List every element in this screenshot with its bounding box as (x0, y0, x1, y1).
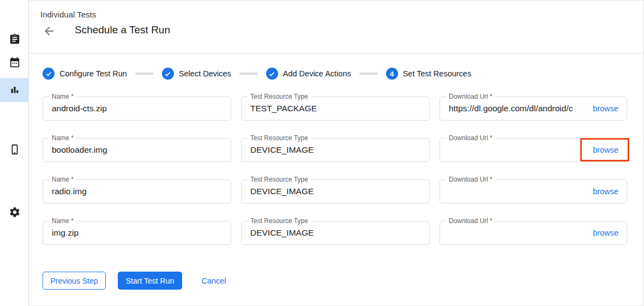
settings-gear-icon (9, 206, 21, 218)
sidebar-item-settings[interactable] (0, 200, 29, 224)
field-label: Name * (49, 217, 76, 225)
name-field[interactable]: Name * android-cts.zip (43, 97, 231, 121)
test-resource-type-field[interactable]: Test Resource Type DEVICE_IMAGE (241, 221, 430, 245)
download-url-field[interactable]: Download Url * https://dl.google.com/dl/… (440, 97, 627, 121)
name-field[interactable]: Name * bootloader.img (43, 138, 231, 162)
stepper-connector (359, 73, 378, 75)
test-resource-type-field[interactable]: Test Resource Type DEVICE_IMAGE (241, 138, 430, 162)
header-divider (29, 53, 644, 53)
schedule-test-run-page: Individual Tests Schedule a Test Run Con… (0, 0, 644, 306)
browse-link[interactable]: browse (593, 104, 618, 113)
field-label: Test Resource Type (248, 134, 311, 142)
field-label: Test Resource Type (248, 217, 311, 225)
name-field[interactable]: Name * radio.img (43, 179, 231, 203)
field-label: Download Url * (446, 217, 495, 225)
sidebar-item-devices[interactable] (0, 137, 29, 161)
field-value: DEVICE_IMAGE (250, 145, 422, 155)
cancel-button[interactable]: Cancel (201, 272, 226, 290)
stepper-connector (239, 73, 258, 75)
download-url-field[interactable]: Download Url * browse (440, 221, 627, 245)
sidebar (0, 0, 29, 306)
field-value: https://dl.google.com/dl/android/c (449, 104, 587, 113)
step-set-test-resources[interactable]: 4 Set Test Resources (386, 68, 471, 80)
test-resource-type-field[interactable]: Test Resource Type DEVICE_IMAGE (241, 179, 430, 203)
wizard-stepper: Configure Test Run Select Devices Add De… (43, 67, 471, 80)
name-field[interactable]: Name * img.zip (43, 221, 231, 245)
page-title: Schedule a Test Run (75, 24, 170, 36)
field-label: Download Url * (446, 134, 495, 142)
step-number-badge: 4 (386, 68, 398, 80)
tests-clipboard-icon (9, 33, 21, 45)
step-label: Select Devices (179, 69, 231, 78)
field-value: radio.img (52, 187, 223, 196)
devices-smartphone-icon (9, 143, 21, 155)
browse-link[interactable]: browse (593, 229, 618, 237)
back-arrow-icon[interactable] (43, 25, 56, 38)
field-value: android-cts.zip (52, 104, 223, 113)
field-value: TEST_PACKAGE (250, 104, 422, 113)
step-label: Configure Test Run (59, 69, 127, 78)
start-test-run-button[interactable]: Start Test Run (118, 272, 182, 290)
previous-step-button[interactable]: Previous Step (43, 272, 106, 290)
test-runs-barchart-icon (9, 84, 21, 96)
breadcrumb: Individual Tests (40, 10, 96, 19)
download-url-field[interactable]: Download Url * browse (440, 179, 627, 203)
test-plans-calendar-icon (9, 57, 21, 69)
step-add-device-actions[interactable]: Add Device Actions (266, 68, 351, 80)
step-label: Add Device Actions (283, 69, 351, 78)
field-value: bootloader.img (52, 145, 223, 155)
field-value: img.zip (52, 228, 223, 238)
browse-link[interactable]: browse (593, 146, 618, 154)
field-label: Test Resource Type (248, 93, 311, 100)
sidebar-item-test-plans[interactable] (0, 51, 29, 75)
field-label: Download Url * (446, 176, 495, 183)
stepper-connector (135, 73, 154, 75)
field-value: DEVICE_IMAGE (250, 187, 422, 196)
field-label: Download Url * (446, 93, 495, 100)
field-label: Name * (49, 134, 76, 142)
step-complete-check-icon (43, 68, 55, 80)
step-complete-check-icon (266, 68, 278, 80)
browse-link[interactable]: browse (593, 187, 618, 196)
step-configure-test-run[interactable]: Configure Test Run (43, 68, 127, 80)
field-label: Name * (49, 176, 76, 183)
step-label: Set Test Resources (403, 69, 471, 78)
step-select-devices[interactable]: Select Devices (162, 68, 231, 80)
test-resource-type-field[interactable]: Test Resource Type TEST_PACKAGE (241, 97, 430, 121)
field-value: DEVICE_IMAGE (250, 228, 422, 238)
field-label: Test Resource Type (248, 176, 311, 183)
sidebar-item-test-runs[interactable] (0, 78, 29, 102)
step-complete-check-icon (162, 68, 174, 80)
sidebar-item-tests[interactable] (0, 27, 29, 51)
download-url-field[interactable]: Download Url * browse (440, 138, 627, 162)
field-label: Name * (49, 93, 76, 100)
